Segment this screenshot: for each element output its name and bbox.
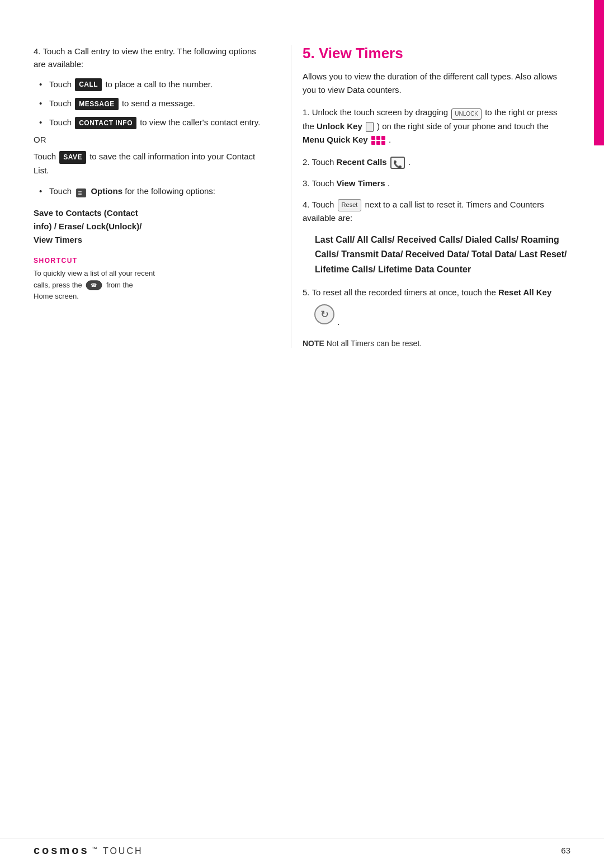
steps-list: 1. Unlock the touch screen by dragging U… [303, 106, 570, 329]
shortcut-label: SHORTCUT [34, 257, 268, 265]
page-number: 63 [561, 846, 570, 855]
right-intro: Allows you to view the duration of the d… [303, 70, 570, 97]
brand-name: cosmos [34, 844, 89, 856]
options-icon [75, 185, 87, 198]
brand-suffix: TOUCH [103, 846, 143, 856]
svg-text:📞: 📞 [393, 159, 403, 169]
bullet-options: Touch Options for the following options: [39, 185, 268, 199]
step-2: 2. Touch Recent Calls 📞 . [303, 155, 570, 169]
send-key-icon: ☎ [86, 280, 102, 290]
call-badge: CALL [75, 78, 102, 91]
svg-text:☎: ☎ [91, 282, 97, 288]
reset-icon: Reset [338, 199, 362, 211]
page-container: 4. Touch a Call entry to view the entry.… [0, 0, 604, 868]
save-badge: SAVE [59, 151, 86, 164]
item4-intro: 4. Touch a Call entry to view the entry.… [34, 45, 268, 71]
step-3: 3. Touch View Timers . [303, 177, 570, 190]
brand-superscript: ™ [92, 846, 97, 852]
shortcut-section: SHORTCUT To quickly view a list of all y… [34, 257, 268, 303]
section-title: 5. View Timers [303, 45, 570, 62]
reset-all-icon: ↻ [314, 304, 335, 329]
bullet-list: Touch CALL to place a call to the number… [39, 78, 268, 130]
save-text: Touch SAVE to save the call information … [34, 150, 268, 177]
menu-quick-key-icon [370, 135, 389, 144]
call-types-item: Last Call/ All Calls/ Received Calls/ Di… [303, 233, 570, 277]
unlock-icon: UNLOCK [451, 106, 482, 120]
step-1: 1. Unlock the touch screen by dragging U… [303, 106, 570, 147]
step-5: 5. To reset all the recorded timers at o… [303, 286, 570, 329]
message-badge: MESSAGE [75, 98, 119, 111]
accent-bar [594, 0, 604, 145]
left-column: 4. Touch a Call entry to view the entry.… [34, 45, 291, 348]
step-4: 4. Touch Reset next to a call list to re… [303, 198, 570, 225]
call-types-block: Last Call/ All Calls/ Received Calls/ Di… [315, 233, 570, 277]
save-to-contacts-block: Save to Contacts (Contact info) / Erase/… [34, 206, 268, 247]
brand: cosmos ™ TOUCH [34, 844, 143, 857]
contact-info-badge: CONTACT INFO [75, 117, 136, 130]
bottom-bar: cosmos ™ TOUCH 63 [0, 838, 604, 857]
right-column: 5. View Timers Allows you to view the du… [291, 45, 570, 348]
or-text: OR [34, 135, 268, 144]
svg-text:↻: ↻ [320, 309, 329, 320]
bullet-contact-info: Touch CONTACT INFO to view the caller's … [39, 116, 268, 129]
columns: 4. Touch a Call entry to view the entry.… [0, 22, 604, 348]
shortcut-text: To quickly view a list of all your recen… [34, 268, 268, 303]
unlock-key-icon [366, 122, 374, 132]
note-line: NOTE Not all Timers can be reset. [303, 339, 570, 348]
bullet-options-list: Touch Options for the following options: [39, 185, 268, 199]
bullet-call: Touch CALL to place a call to the number… [39, 78, 268, 91]
recent-calls-icon: 📞 [390, 157, 405, 169]
bullet-message: Touch MESSAGE to send a message. [39, 97, 268, 110]
